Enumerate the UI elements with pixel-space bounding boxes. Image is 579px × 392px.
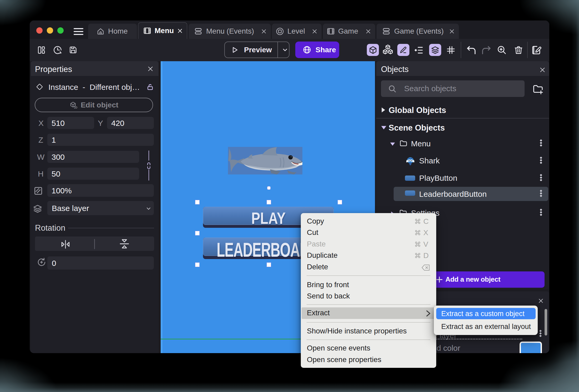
svg-text:2D: 2D — [74, 106, 77, 109]
